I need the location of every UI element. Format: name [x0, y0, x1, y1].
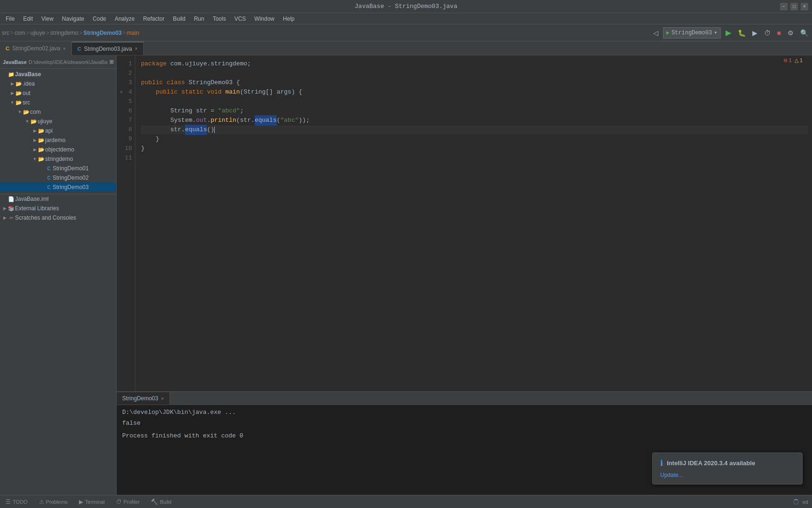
- toolbar-right: ◁ ▶ StringDemo03 ▾ ▶ 🐛 ▶ ⏱ ■ ⚙ 🔍: [651, 27, 810, 39]
- kw-void: void: [207, 87, 225, 97]
- bottom-tabs: StringDemo03 ×: [117, 392, 812, 405]
- status-todo[interactable]: ☰ TODO: [4, 498, 30, 506]
- code-editor[interactable]: ⊖ 1 △ 1 1 2 ▶ 3 ▶ ◇ 4 5 6 7 8: [117, 56, 812, 391]
- sidebar-item-javabase[interactable]: 📁 JavaBase: [0, 70, 116, 79]
- sidebar-item-idea[interactable]: ▶ 📂 .idea: [0, 79, 116, 88]
- code-line-11: [141, 153, 808, 163]
- folder-icon: 📂: [38, 137, 45, 143]
- breadcrumb-src[interactable]: src: [2, 30, 9, 36]
- notif-update-link[interactable]: Update...: [660, 472, 683, 478]
- menu-file[interactable]: File: [2, 15, 18, 23]
- status-todo-label: TODO: [13, 499, 28, 505]
- project-root-icon: 📁: [8, 71, 15, 78]
- line-num-4: ▶ ◇ 4: [117, 87, 132, 97]
- back-button[interactable]: ◁: [651, 28, 660, 38]
- arrow-icon: ▼: [17, 110, 23, 114]
- tab-stringdemo02[interactable]: C StringDemo02.java ×: [0, 42, 72, 55]
- breadcrumb-ujiuye[interactable]: ujiuye: [31, 30, 45, 36]
- sidebar-item-iml[interactable]: 📄 JavaBase.iml: [0, 194, 116, 204]
- menu-view[interactable]: View: [38, 15, 57, 23]
- code-line-6: String str = "abcd";: [141, 106, 808, 116]
- menu-edit[interactable]: Edit: [19, 15, 37, 23]
- folder-icon: 📂: [30, 119, 38, 125]
- class-name-decl: StringDemo03: [188, 78, 236, 87]
- console-cmd-line: D:\develop\JDK\bin\java.exe ...: [122, 409, 806, 416]
- sidebar-objectdemo-label: objectdemo: [45, 146, 74, 153]
- debug-button[interactable]: 🐛: [736, 28, 748, 38]
- sidebar-item-objectdemo[interactable]: ▶ 📂 objectdemo: [0, 145, 116, 154]
- sidebar-item-out[interactable]: ▶ 📂 out: [0, 88, 116, 98]
- breadcrumb-stringdemo[interactable]: stringdemo: [50, 30, 78, 36]
- kw-class: class: [167, 78, 189, 87]
- iml-icon: 📄: [8, 196, 15, 202]
- breadcrumb: src > com > ujiuye > stringdemo > String…: [2, 30, 139, 36]
- sidebar-item-api[interactable]: ▶ 📂 api: [0, 126, 116, 135]
- code-line-10: }: [141, 144, 808, 153]
- sidebar-item-external-libraries[interactable]: ▶ 📚 External Libraries: [0, 204, 116, 213]
- menu-run[interactable]: Run: [190, 15, 208, 23]
- str-equals-call: str.: [240, 116, 255, 125]
- console-tab-close[interactable]: ×: [161, 396, 164, 401]
- settings-toolbar-button[interactable]: ⚙: [786, 28, 796, 38]
- sidebar-item-src[interactable]: ▼ 📂 src: [0, 98, 116, 107]
- sidebar-item-jardemo[interactable]: ▶ 📂 jardemo: [0, 135, 116, 145]
- menu-analyze[interactable]: Analyze: [111, 15, 139, 23]
- menu-tools[interactable]: Tools: [209, 15, 230, 23]
- minimize-button[interactable]: −: [780, 3, 788, 10]
- notif-title: IntelliJ IDEA 2020.3.4 available: [667, 460, 755, 467]
- menu-help[interactable]: Help: [279, 15, 298, 23]
- profiler-icon: ⏱: [116, 499, 122, 505]
- text-cursor: [214, 127, 215, 133]
- sidebar-stringdemo03-label: StringDemo03: [53, 184, 89, 190]
- line-num-1: 1: [117, 59, 132, 69]
- sidebar-item-com[interactable]: ▼ 📂 com: [0, 107, 116, 117]
- tab-close-stringdemo02[interactable]: ×: [63, 46, 66, 51]
- run-button[interactable]: ▶: [724, 27, 733, 38]
- code-line-2: [141, 69, 808, 78]
- code-content[interactable]: package com.ujiuye.stringdemo; public cl…: [135, 56, 812, 391]
- sidebar-item-stringdemo02[interactable]: C StringDemo02: [0, 173, 116, 183]
- sidebar-header: JavaBase D:\develop\IDEA\ideawork\JavaBa…: [0, 56, 116, 69]
- sidebar-ext-lib-label: External Libraries: [15, 205, 59, 212]
- sidebar-stringdemo01-label: StringDemo01: [53, 165, 89, 172]
- sidebar-root-label: JavaBase: [15, 71, 41, 78]
- menu-refactor[interactable]: Refactor: [140, 15, 168, 23]
- tab-close-stringdemo03[interactable]: ×: [135, 46, 138, 51]
- menu-navigate[interactable]: Navigate: [58, 15, 88, 23]
- sidebar-item-stringdemo03[interactable]: C StringDemo03: [0, 183, 116, 192]
- status-build[interactable]: 🔨 Build: [149, 498, 173, 506]
- menu-code[interactable]: Code: [89, 15, 110, 23]
- notification-header: ℹ IntelliJ IDEA 2020.3.4 available: [660, 459, 795, 468]
- sidebar-item-stringdemo[interactable]: ▼ 📂 stringdemo: [0, 154, 116, 164]
- status-problems[interactable]: ⚠ Problems: [37, 498, 70, 506]
- profiler-button[interactable]: ⏱: [762, 28, 773, 38]
- console-tab-stringdemo03[interactable]: StringDemo03 ×: [117, 392, 170, 405]
- run-with-coverage-button[interactable]: ▶: [750, 28, 759, 38]
- class-icon: C: [45, 175, 53, 181]
- menu-vcs[interactable]: VCS: [231, 15, 250, 23]
- maximize-button[interactable]: □: [790, 3, 798, 10]
- sidebar-item-scratches[interactable]: ▶ ✏ Scratches and Consoles: [0, 213, 116, 222]
- menu-build[interactable]: Build: [169, 15, 189, 23]
- close-button[interactable]: ×: [801, 3, 808, 10]
- breadcrumb-class[interactable]: StringDemo03: [83, 30, 121, 36]
- search-everywhere-button[interactable]: 🔍: [798, 28, 810, 38]
- arrow-icon: ▶: [32, 147, 38, 152]
- stop-button[interactable]: ■: [775, 28, 783, 38]
- sidebar-scope-button[interactable]: ⊞: [108, 58, 116, 66]
- tab-stringdemo03[interactable]: C StringDemo03.java ×: [72, 42, 144, 55]
- status-profiler[interactable]: ⏱ Profiler: [114, 498, 142, 506]
- param-args: args: [277, 87, 291, 97]
- status-terminal[interactable]: ▶ Terminal: [77, 498, 107, 506]
- scratches-icon: ✏: [8, 215, 15, 221]
- java-icon-tab2: C: [78, 46, 81, 52]
- sidebar-item-stringdemo01[interactable]: C StringDemo01: [0, 164, 116, 173]
- menu-window[interactable]: Window: [250, 15, 278, 23]
- sidebar-ujiuye-label: ujiuye: [38, 118, 52, 125]
- breadcrumb-com[interactable]: com: [15, 30, 25, 36]
- arrow-icon: ▶: [2, 215, 8, 220]
- run-config-dropdown[interactable]: ▶ StringDemo03 ▾: [663, 27, 721, 39]
- sidebar-out-label: out: [23, 90, 31, 96]
- breadcrumb-method[interactable]: main: [127, 30, 139, 36]
- sidebar-item-ujiuye[interactable]: ▼ 📂 ujiuye: [0, 117, 116, 126]
